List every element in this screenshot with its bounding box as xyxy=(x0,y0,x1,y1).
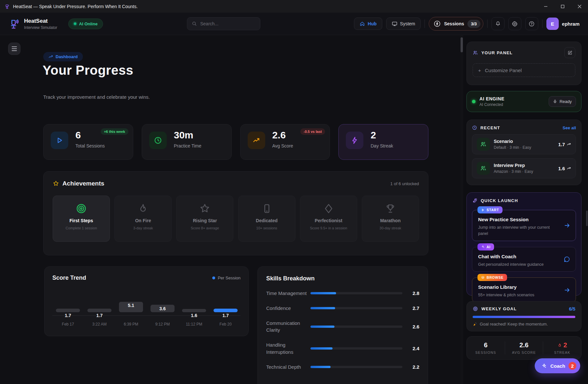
customize-panel-button[interactable]: + Customize Panel xyxy=(473,63,575,77)
skills-breakdown-panel: Skills Breakdown Time Management 2.8 Con… xyxy=(257,266,428,384)
help-button[interactable] xyxy=(525,17,538,30)
achievement-first-steps: First Steps Complete 1 session xyxy=(53,196,110,242)
mic-ready-button[interactable]: Ready xyxy=(549,96,576,107)
achievements-unlocked-count: 1 of 6 unlocked xyxy=(390,181,419,186)
scrollbar-thumb[interactable] xyxy=(461,37,463,52)
trend-date: 11:12 PM xyxy=(178,322,210,326)
window-titlebar: HeatSeat — Speak Under Pressure. Perform… xyxy=(0,0,588,13)
trend-slot[interactable]: 3.6 9:12 PM xyxy=(147,285,178,330)
maximize-button[interactable] xyxy=(554,0,571,13)
score-trend-chart: 1.7 Feb 17 1.7 3:22 AM 5.1 6:39 PM 3.6 9… xyxy=(52,285,241,330)
trend-value: 1.7 xyxy=(210,313,241,318)
trend-up-icon xyxy=(567,142,571,147)
search-input[interactable] xyxy=(200,21,249,26)
goal-progress-bar xyxy=(473,316,575,318)
score-trend-title: Score Trend xyxy=(52,275,86,281)
achievement-dedicated: Dedicated 10+ sessions xyxy=(238,196,295,242)
app-header: HeatSeat Interview Simulator AI Online H… xyxy=(0,13,588,35)
trend-slot[interactable]: 1.7 3:22 AM xyxy=(84,285,115,330)
recent-title: RECENT xyxy=(480,125,500,130)
system-button[interactable]: System xyxy=(386,18,421,30)
skill-track xyxy=(310,307,402,309)
skill-track xyxy=(310,347,402,350)
arrow-right-icon xyxy=(564,287,570,293)
avatar: E xyxy=(546,18,559,30)
online-dot-icon xyxy=(74,22,76,25)
bell-icon xyxy=(495,21,501,27)
trend-bar xyxy=(56,309,80,312)
trend-bar xyxy=(214,309,238,312)
recent-item-scenario[interactable]: Scenario Default · 3 min · Easy 1.7 xyxy=(472,134,576,154)
minimize-button[interactable] xyxy=(537,0,554,13)
stat-card-day-streak: 2 Day Streak xyxy=(338,124,428,160)
play-icon xyxy=(481,208,485,212)
hub-button[interactable]: Hub xyxy=(354,18,382,30)
chat-with-coach-card[interactable]: AI Chat with Coach Get personalized inte… xyxy=(472,247,576,272)
settings-button[interactable] xyxy=(508,17,521,30)
people-icon xyxy=(477,138,490,151)
trend-up-icon xyxy=(567,166,571,171)
sidebar-scrollbar[interactable] xyxy=(586,35,588,384)
ai-engine-title: AI ENGINE xyxy=(479,96,504,101)
sessions-pill[interactable]: Sessions 3/3 xyxy=(429,17,483,31)
sessions-label: Sessions xyxy=(444,21,464,26)
trend-slot[interactable]: 1.6 11:12 PM xyxy=(178,285,210,330)
party-popper-icon xyxy=(473,322,477,326)
ai-online-badge: AI Online xyxy=(68,19,103,29)
coach-notification-badge: 2 xyxy=(568,362,576,370)
see-all-link[interactable]: See all xyxy=(563,125,576,130)
edit-icon xyxy=(568,50,572,55)
coach-button[interactable]: Coach 2 xyxy=(535,358,580,373)
trend-value: 1.6 xyxy=(178,313,210,318)
edit-panel-button[interactable] xyxy=(564,47,575,58)
trend-value: 1.7 xyxy=(84,313,115,318)
stat-label: Avg Score xyxy=(272,143,293,148)
app-chair-icon xyxy=(5,4,10,9)
weekly-goal-title: WEEKLY GOAL xyxy=(481,306,517,311)
ai-badge: AI xyxy=(477,243,494,250)
scrollbar-thumb[interactable] xyxy=(586,211,588,226)
main-scrollbar[interactable] xyxy=(460,35,463,384)
skill-fill xyxy=(310,366,331,368)
score-trend-panel: Score Trend Per Session 1.7 Feb 17 1.7 3… xyxy=(44,266,249,336)
trend-slot[interactable]: 1.7 Feb 20 xyxy=(210,285,241,330)
legend-dot-icon xyxy=(212,276,215,279)
browse-badge: BROWSE xyxy=(477,274,507,281)
stat-card-avg-score: 2.6 Avg Score -0.5 vs last xyxy=(240,124,330,160)
page-subtitle: Track your improvement and celebrate you… xyxy=(43,94,150,100)
trend-slot[interactable]: 5.1 6:39 PM xyxy=(115,285,147,330)
stat-value: 2 xyxy=(371,130,376,141)
menu-toggle-button[interactable] xyxy=(8,43,20,55)
weekly-goal-panel: WEEKLY GOAL 6/5 Goal reached! Keep the m… xyxy=(466,301,581,331)
breadcrumb[interactable]: Dashboard xyxy=(43,52,83,61)
app-logo: HeatSeat Interview Simulator xyxy=(8,18,57,30)
recent-panel: RECENT See all Scenario Default · 3 min … xyxy=(466,120,581,185)
people-icon xyxy=(473,50,478,56)
quick-launch-panel: QUICK LAUNCH START New Practice Session … xyxy=(466,192,581,296)
recent-item-interview-prep[interactable]: Interview Prep Amazon · 3 min · Easy 1.6 xyxy=(472,158,576,178)
rocket-icon xyxy=(472,198,477,203)
search-bar[interactable] xyxy=(187,17,260,30)
username: ephram xyxy=(562,21,580,27)
trend-slot[interactable]: 1.7 Feb 17 xyxy=(52,285,84,330)
notifications-button[interactable] xyxy=(491,17,504,30)
flame-icon xyxy=(557,343,562,348)
stat-value: 30m xyxy=(174,130,193,141)
stat-badge: -0.5 vs last xyxy=(300,128,325,135)
house-icon xyxy=(359,21,365,27)
achievements-title: Achievements xyxy=(62,180,104,187)
new-practice-session-card[interactable]: START New Practice Session Jump into an … xyxy=(472,210,576,241)
user-menu[interactable]: E ephram xyxy=(546,18,580,30)
sessions-count-badge: 3/3 xyxy=(467,20,480,28)
achievement-rising-star: Rising Star Score 8+ average xyxy=(176,196,233,242)
close-button[interactable] xyxy=(571,0,588,13)
skill-track xyxy=(310,326,402,328)
trend-date: 3:22 AM xyxy=(84,322,115,326)
sparkles-icon xyxy=(541,363,547,369)
your-panel: YOUR PANEL + Customize Panel xyxy=(466,42,581,85)
stat-value: 6 xyxy=(75,130,81,141)
scenario-library-card[interactable]: BROWSE Scenario Library 55+ interview & … xyxy=(472,277,576,302)
chat-bubble-icon xyxy=(563,256,570,263)
trend-value: 5.1 xyxy=(115,303,147,308)
diamond-icon xyxy=(300,203,357,214)
